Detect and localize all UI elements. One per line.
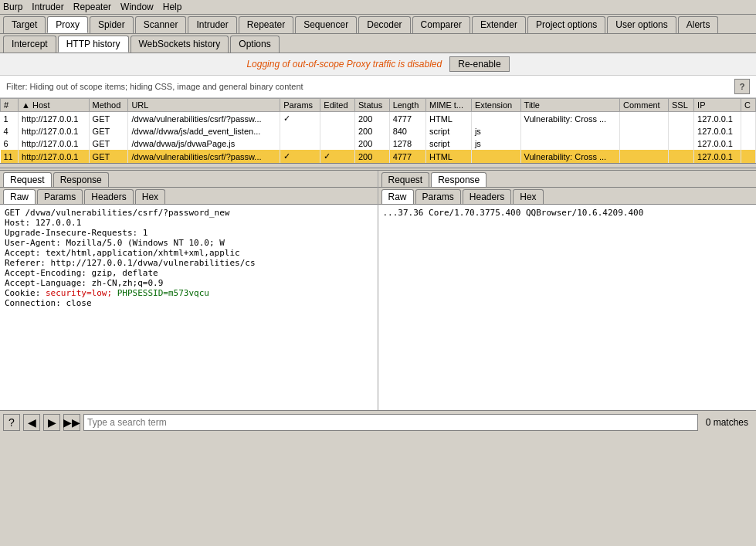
col-title[interactable]: Title [520, 99, 619, 112]
subtab-hex[interactable]: Hex [135, 189, 165, 204]
tab-extender[interactable]: Extender [472, 16, 526, 33]
tab-response[interactable]: Response [53, 172, 109, 187]
proxy-tab-bar: Intercept HTTP history WebSockets histor… [0, 34, 756, 53]
table-cell: GET [89, 125, 128, 137]
table-row[interactable]: 11http://127.0.0.1GET/dvwa/vulnerabiliti… [1, 150, 756, 163]
table-cell: script [426, 137, 472, 150]
hscroll-bar[interactable] [0, 163, 756, 168]
menu-intruder[interactable]: Intruder [32, 2, 63, 12]
tab-intruder[interactable]: Intruder [188, 16, 236, 33]
right-tab-response[interactable]: Response [431, 172, 486, 187]
tab-decoder[interactable]: Decoder [358, 16, 410, 33]
tab-user-options[interactable]: User options [607, 16, 676, 33]
table-row[interactable]: 6http://127.0.0.1GET/dvwa/dvwa/js/dvwaPa… [1, 137, 756, 150]
request-line-1: GET /dvwa/vulnerabilities/csrf/?password… [5, 208, 373, 218]
col-comment[interactable]: Comment [620, 99, 669, 112]
col-host[interactable]: ▲ Host [19, 99, 90, 112]
table-row[interactable]: 4http://127.0.0.1GET/dvwa//dvwa/js/add_e… [1, 125, 756, 137]
col-edited[interactable]: Edited [320, 99, 355, 112]
request-line-7: Accept-Encoding: gzip, deflate [5, 268, 373, 278]
table-container: # ▲ Host Method URL Params Edited Status… [0, 98, 756, 168]
col-ext[interactable]: Extension [471, 99, 520, 112]
bottom-panel: Request Response Raw Params Headers Hex … [0, 171, 756, 410]
table-cell: GET [89, 137, 128, 150]
col-num[interactable]: # [1, 99, 19, 112]
table-cell: Vulnerability: Cross ... [520, 150, 619, 163]
col-url[interactable]: URL [128, 99, 280, 112]
col-params[interactable]: Params [280, 99, 320, 112]
right-panel-content: ...37.36 Core/1.70.3775.400 QQBrowser/10… [378, 205, 757, 410]
forward-btn-prev[interactable]: ▶ [43, 414, 60, 431]
menu-help[interactable]: Help [163, 2, 182, 12]
tab-project-options[interactable]: Project options [527, 16, 605, 33]
right-subtab-headers[interactable]: Headers [463, 189, 511, 204]
tab-comparer[interactable]: Comparer [412, 16, 470, 33]
table-row[interactable]: 1http://127.0.0.1GET/dvwa/vulnerabilitie… [1, 112, 756, 126]
table-header-row: # ▲ Host Method URL Params Edited Status… [1, 99, 756, 112]
table-cell [280, 137, 320, 150]
table-cell [741, 150, 756, 163]
tab-sequencer[interactable]: Sequencer [295, 16, 357, 33]
right-panel-tabs: Request Response [378, 171, 757, 188]
forward-btn[interactable]: ▶▶ [63, 414, 80, 431]
col-c[interactable]: C [741, 99, 756, 112]
search-input[interactable] [83, 414, 698, 431]
right-subtab-params[interactable]: Params [415, 189, 461, 204]
subtab-params[interactable]: Params [37, 189, 83, 204]
table-cell: 200 [354, 125, 389, 137]
col-status[interactable]: Status [354, 99, 389, 112]
matches-label: 0 matches [701, 417, 753, 428]
table-cell: 200 [354, 112, 389, 126]
menu-repeater[interactable]: Repeater [73, 2, 111, 12]
tab-scanner[interactable]: Scanner [135, 16, 187, 33]
help-btn[interactable]: ? [3, 414, 20, 431]
table-cell: 4777 [389, 150, 425, 163]
table-cell: http://127.0.0.1 [19, 125, 90, 137]
table-cell [668, 125, 693, 137]
request-line-4: User-Agent: Mozilla/5.0 (Windows NT 10.0… [5, 238, 373, 248]
table-cell: 11 [1, 150, 19, 163]
tab-intercept[interactable]: Intercept [3, 36, 56, 53]
tab-options[interactable]: Options [230, 36, 279, 53]
table-cell: GET [89, 112, 128, 126]
subtab-raw[interactable]: Raw [3, 189, 36, 204]
tab-proxy[interactable]: Proxy [47, 16, 88, 33]
table-cell: 1 [1, 112, 19, 126]
table-cell: 840 [389, 125, 425, 137]
request-line-8: Accept-Language: zh-CN,zh;q=0.9 [5, 278, 373, 288]
table-cell: http://127.0.0.1 [19, 150, 90, 163]
tab-websockets-history[interactable]: WebSockets history [131, 36, 229, 53]
table-cell: HTML [426, 112, 472, 126]
col-ssl[interactable]: SSL [668, 99, 693, 112]
tab-alerts[interactable]: Alerts [678, 16, 719, 33]
notice-text: Logging of out-of-scope Proxy traffic is… [246, 59, 442, 70]
col-length[interactable]: Length [389, 99, 425, 112]
tab-spider[interactable]: Spider [90, 16, 134, 33]
col-method[interactable]: Method [89, 99, 128, 112]
filter-text[interactable]: Filter: Hiding out of scope items; hidin… [6, 82, 734, 91]
tab-target[interactable]: Target [3, 16, 46, 33]
subtab-headers[interactable]: Headers [84, 189, 133, 204]
right-tab-request[interactable]: Request [381, 172, 430, 187]
col-mime[interactable]: MIME t... [426, 99, 472, 112]
tab-http-history[interactable]: HTTP history [58, 36, 129, 53]
back-btn[interactable]: ◀ [23, 414, 40, 431]
tab-request[interactable]: Request [3, 172, 52, 187]
re-enable-button[interactable]: Re-enable [449, 56, 509, 72]
table-cell: 6 [1, 137, 19, 150]
right-content: ...37.36 Core/1.70.3775.400 QQBrowser/10… [383, 208, 752, 218]
request-line-2: Host: 127.0.0.1 [5, 218, 373, 228]
menu-window[interactable]: Window [120, 2, 154, 12]
menu-burp[interactable]: Burp [3, 2, 22, 12]
right-subtab-raw[interactable]: Raw [381, 189, 414, 204]
tab-repeater[interactable]: Repeater [239, 16, 293, 33]
col-ip[interactable]: IP [694, 99, 741, 112]
table-cell: /dvwa//dvwa/js/add_event_listen... [128, 125, 280, 137]
table-cell [520, 125, 619, 137]
help-icon[interactable]: ? [734, 79, 750, 94]
table-cell: /dvwa/vulnerabilities/csrf/?passw... [128, 150, 280, 163]
table-cell: Vulnerability: Cross ... [520, 112, 619, 126]
right-subtab-hex[interactable]: Hex [513, 189, 543, 204]
table-cell [668, 112, 693, 126]
table-cell: 1278 [389, 137, 425, 150]
